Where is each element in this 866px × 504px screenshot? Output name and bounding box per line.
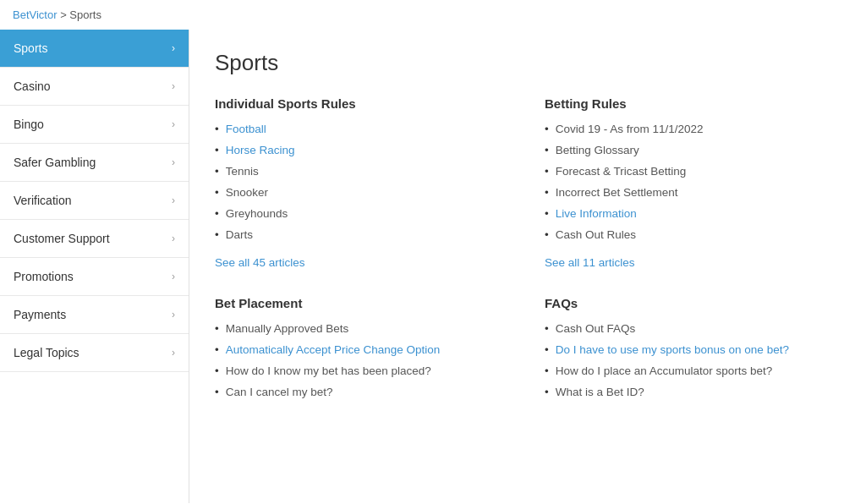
sidebar: Sports›Casino›Bingo›Safer Gambling›Verif… xyxy=(0,30,189,503)
chevron-right-icon: › xyxy=(172,271,175,282)
chevron-right-icon: › xyxy=(172,118,175,130)
list-item: What is a Bet ID? xyxy=(545,386,841,398)
list-item-text: Covid 19 - As from 11/1/2022 xyxy=(556,123,704,135)
list-item: Can I cancel my bet? xyxy=(215,386,511,398)
section-betting-rules: Betting RulesCovid 19 - As from 11/1/202… xyxy=(545,96,841,269)
sidebar-item-legal-topics[interactable]: Legal Topics› xyxy=(0,334,189,372)
sidebar-item-label: Promotions xyxy=(14,270,74,283)
sidebar-item-casino[interactable]: Casino› xyxy=(0,68,189,106)
sidebar-item-bingo[interactable]: Bingo› xyxy=(0,106,189,144)
list-item-link[interactable]: Horse Racing xyxy=(226,144,295,156)
list-item-text: Forecast & Tricast Betting xyxy=(556,165,687,178)
section-bet-placement: Bet PlacementManually Approved BetsAutom… xyxy=(215,296,511,407)
page-title: Sports xyxy=(215,50,841,76)
main-content: Sports Individual Sports RulesFootballHo… xyxy=(189,30,866,503)
sidebar-item-sports[interactable]: Sports› xyxy=(0,30,189,68)
sidebar-item-label: Bingo xyxy=(14,118,44,131)
list-item: Greyhounds xyxy=(215,207,511,220)
section-faqs: FAQsCash Out FAQsDo I have to use my spo… xyxy=(545,296,841,407)
chevron-right-icon: › xyxy=(172,309,175,320)
list-item: How do I place an Accumulator sports bet… xyxy=(545,364,841,377)
list-item: Live Information xyxy=(545,207,841,220)
sidebar-item-safer-gambling[interactable]: Safer Gambling› xyxy=(0,144,189,182)
list-item-text: What is a Bet ID? xyxy=(556,386,644,398)
list-item: Do I have to use my sports bonus on one … xyxy=(545,343,841,356)
chevron-right-icon: › xyxy=(172,156,175,168)
chevron-right-icon: › xyxy=(172,80,175,92)
list-item: Betting Glossary xyxy=(545,144,841,156)
list-item: Tennis xyxy=(215,165,511,178)
list-item-text: Snooker xyxy=(226,186,268,199)
see-all-link[interactable]: See all 45 articles xyxy=(215,256,305,269)
list-item-text: Cash Out FAQs xyxy=(556,322,636,335)
sidebar-item-label: Customer Support xyxy=(14,232,110,245)
section-title-betting-rules: Betting Rules xyxy=(545,96,841,111)
sidebar-item-label: Verification xyxy=(14,194,71,207)
list-item: Snooker xyxy=(215,186,511,199)
list-item: Football xyxy=(215,123,511,135)
list-item: Horse Racing xyxy=(215,144,511,156)
list-item-text: How do I place an Accumulator sports bet… xyxy=(556,364,773,377)
sidebar-item-payments[interactable]: Payments› xyxy=(0,296,189,334)
list-item-link[interactable]: Automatically Accept Price Change Option xyxy=(226,343,441,356)
sidebar-item-label: Legal Topics xyxy=(14,346,79,359)
list-item-text: Cash Out Rules xyxy=(556,228,636,241)
list-item: Manually Approved Bets xyxy=(215,322,511,335)
see-all-link[interactable]: See all 11 articles xyxy=(545,256,635,269)
list-item-text: Tennis xyxy=(226,165,259,178)
sidebar-item-customer-support[interactable]: Customer Support› xyxy=(0,220,189,258)
list-item-link[interactable]: Football xyxy=(226,123,266,135)
chevron-right-icon: › xyxy=(172,233,175,244)
list-item: Cash Out Rules xyxy=(545,228,841,241)
section-list-individual-sports-rules: FootballHorse RacingTennisSnookerGreyhou… xyxy=(215,123,511,241)
breadcrumb: BetVictor > Sports xyxy=(0,0,866,30)
list-item: Incorrect Bet Settlement xyxy=(545,186,841,199)
section-list-faqs: Cash Out FAQsDo I have to use my sports … xyxy=(545,322,841,398)
list-item: Automatically Accept Price Change Option xyxy=(215,343,511,356)
section-title-faqs: FAQs xyxy=(545,296,841,310)
breadcrumb-current: Sports xyxy=(69,8,101,21)
sidebar-item-promotions[interactable]: Promotions› xyxy=(0,258,189,296)
breadcrumb-separator: > xyxy=(60,8,69,21)
list-item-link[interactable]: Do I have to use my sports bonus on one … xyxy=(556,343,789,356)
section-title-individual-sports-rules: Individual Sports Rules xyxy=(215,96,511,111)
list-item: How do I know my bet has been placed? xyxy=(215,364,511,377)
section-individual-sports-rules: Individual Sports RulesFootballHorse Rac… xyxy=(215,96,511,269)
chevron-right-icon: › xyxy=(172,347,175,359)
list-item-text: Betting Glossary xyxy=(556,144,639,156)
breadcrumb-home[interactable]: BetVictor xyxy=(13,8,58,21)
list-item-text: Manually Approved Bets xyxy=(226,322,349,335)
main-layout: Sports›Casino›Bingo›Safer Gambling›Verif… xyxy=(0,30,866,503)
sections-grid: Individual Sports RulesFootballHorse Rac… xyxy=(215,96,841,434)
list-item-text: Incorrect Bet Settlement xyxy=(556,186,678,199)
list-item-text: Darts xyxy=(226,228,253,241)
section-list-betting-rules: Covid 19 - As from 11/1/2022Betting Glos… xyxy=(545,123,841,241)
sidebar-item-verification[interactable]: Verification› xyxy=(0,182,189,220)
sidebar-item-label: Payments xyxy=(14,308,66,321)
sidebar-item-label: Casino xyxy=(14,79,51,93)
chevron-right-icon: › xyxy=(172,194,175,206)
list-item-text: How do I know my bet has been placed? xyxy=(226,364,431,377)
sidebar-item-label: Sports xyxy=(14,41,47,55)
list-item: Cash Out FAQs xyxy=(545,322,841,335)
section-list-bet-placement: Manually Approved BetsAutomatically Acce… xyxy=(215,322,511,398)
list-item-text: Can I cancel my bet? xyxy=(226,386,333,398)
list-item-link[interactable]: Live Information xyxy=(556,207,637,220)
section-title-bet-placement: Bet Placement xyxy=(215,296,511,310)
list-item: Darts xyxy=(215,228,511,241)
list-item-text: Greyhounds xyxy=(226,207,288,220)
sidebar-item-label: Safer Gambling xyxy=(14,156,96,169)
chevron-right-icon: › xyxy=(172,42,175,54)
list-item: Forecast & Tricast Betting xyxy=(545,165,841,178)
list-item: Covid 19 - As from 11/1/2022 xyxy=(545,123,841,135)
